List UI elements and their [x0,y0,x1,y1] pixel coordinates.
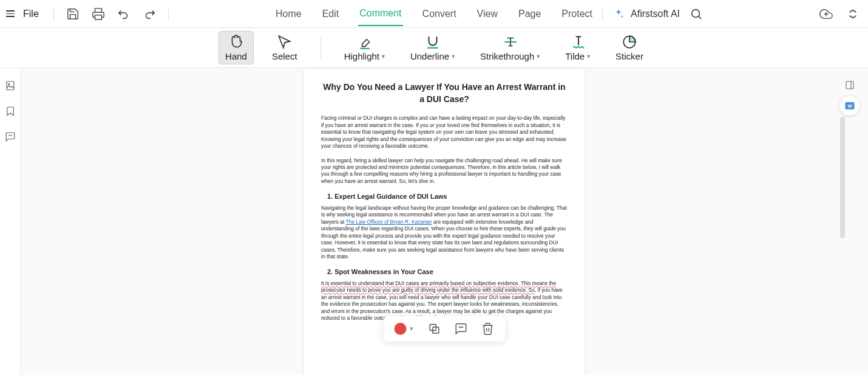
redo-icon[interactable] [143,7,156,21]
top-bar: File Home Edit Comment Convert View Page… [0,0,868,28]
sticker-label: Sticker [615,51,643,61]
separator [53,7,54,21]
undo-icon[interactable] [117,7,131,21]
cloud-icon[interactable] [819,7,833,21]
right-panel-icon[interactable] [845,80,855,90]
svg-rect-15 [846,81,853,89]
print-icon[interactable] [92,7,105,21]
bookmark-icon[interactable] [5,106,16,117]
svg-line-2 [699,16,701,19]
thumbnails-icon[interactable] [5,80,16,91]
workspace: Why Do You Need a Lawyer If You Have an … [0,68,868,375]
strikethrough-tool[interactable]: Strikethrough▼ [474,32,547,64]
underline-label: Underline [410,51,449,61]
comment-toolbar: Hand Select Highlight▼ Underline▼ Strike… [0,28,868,68]
chevron-down-icon[interactable]: ▼ [586,53,591,60]
separator [602,7,603,21]
paragraph: Facing criminal or DUI charges is comple… [321,115,568,150]
note-icon[interactable] [454,322,467,335]
tab-page[interactable]: Page [517,2,542,26]
tab-home[interactable]: Home [274,2,303,26]
svg-rect-9 [7,81,14,90]
copy-icon[interactable] [427,322,441,335]
chevron-down-icon[interactable]: ▼ [381,53,386,60]
underline-tool[interactable]: Underline▼ [404,32,462,64]
tilde-annotation[interactable]: It is essential to understand that DUI c… [321,280,556,293]
tab-view[interactable]: View [476,2,499,26]
tab-edit[interactable]: Edit [321,2,341,26]
scroll-thumb[interactable] [840,117,845,238]
comments-icon[interactable] [5,131,16,142]
search-icon[interactable] [690,7,703,21]
heading: 2. Spot Weaknesses in Your Case [327,267,568,276]
color-picker[interactable]: ▼ [395,323,415,335]
chevron-down-icon: ▼ [409,326,415,332]
link[interactable]: The Law Offices of Bryan R. Kazarian [345,219,432,225]
file-menu[interactable]: File [23,9,39,19]
sparkle-icon [612,8,625,20]
delete-icon[interactable] [481,322,494,335]
paragraph: In this regard, hiring a skilled lawyer … [321,157,568,185]
ai-label[interactable]: Afirstsoft AI [631,9,680,19]
highlight-label: Highlight [344,51,379,61]
hand-tool[interactable]: Hand [219,31,254,64]
left-rail [0,68,21,375]
tab-comment[interactable]: Comment [358,2,402,26]
sticker-tool[interactable]: Sticker [609,32,649,64]
tilde-label: Tilde [565,51,585,61]
chevron-down-icon[interactable]: ▼ [535,53,541,60]
hamburger-menu-icon[interactable] [5,9,16,19]
highlight-tool[interactable]: Highlight▼ [338,32,392,64]
svg-text:W: W [847,103,852,109]
paragraph: Navigating the legal landscape without h… [321,205,568,261]
collapse-icon[interactable] [846,7,860,21]
separator [320,36,321,60]
main-tabs: Home Edit Comment Convert View Page Prot… [274,2,594,26]
annotation-toolbar: ▼ [384,316,506,342]
canvas[interactable]: Why Do You Need a Lawyer If You Have an … [21,68,868,375]
select-label: Select [272,51,297,61]
separator [168,7,169,21]
hand-label: Hand [225,51,247,61]
chevron-down-icon[interactable]: ▼ [450,53,456,60]
save-icon[interactable] [66,7,80,21]
svg-point-10 [8,84,9,85]
select-tool[interactable]: Select [266,32,303,64]
tilde-tool[interactable]: Tilde▼ [559,32,597,64]
strike-label: Strikethrough [480,51,534,61]
word-export-badge[interactable]: W [840,96,860,115]
page-title: Why Do You Need a Lawyer If You Have an … [321,81,568,105]
tab-convert[interactable]: Convert [421,2,458,26]
tab-protect[interactable]: Protect [560,2,594,26]
color-swatch [395,323,407,335]
svg-point-1 [692,9,700,17]
heading: 1. Expert Legal Guidance of DUI Laws [327,192,568,201]
svg-rect-0 [95,15,101,19]
